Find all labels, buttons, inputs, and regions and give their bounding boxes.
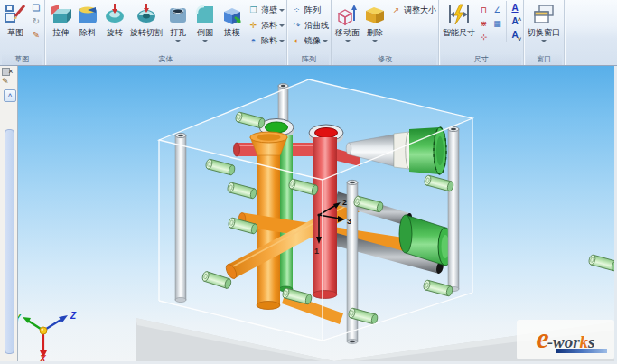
group-label-modify: 修改	[333, 53, 436, 65]
draft-icon	[220, 3, 244, 26]
panel-scrollbar[interactable]	[5, 129, 14, 354]
along-curve-button[interactable]: ↷ 沿曲线	[291, 18, 329, 33]
button-label: 旋转切割	[130, 27, 163, 39]
delete-button[interactable]: 删除	[361, 1, 388, 45]
angle-dimension-icon[interactable]: ⋇	[477, 17, 491, 31]
sketch-button[interactable]: 草图	[2, 1, 29, 39]
pattern-icon: ⁘	[291, 5, 303, 16]
button-label: 倒圆	[197, 27, 213, 39]
cut-button[interactable]: 除料	[74, 1, 101, 39]
extrude-icon	[49, 3, 72, 26]
feature-axis-1-label: 1	[314, 247, 319, 256]
coordinate-dimension-icon[interactable]: ▦	[491, 17, 504, 31]
button-label: 除料	[79, 27, 96, 39]
eworks-watermark: e-works	[517, 320, 614, 359]
ribbon-spacer	[565, 0, 617, 65]
text-larger-icon[interactable]: A	[509, 14, 521, 28]
angle-between-icon[interactable]: ∠	[491, 4, 504, 17]
3d-scene[interactable]: 2 3 1 Y	[18, 66, 614, 361]
revolve-button[interactable]: 旋转	[101, 1, 128, 39]
edgebar-panel: × ✎ ˄	[0, 66, 18, 364]
distance-dimension-icon[interactable]: ⊓	[477, 4, 491, 17]
text-smaller-icon[interactable]: A	[509, 28, 521, 42]
update-icon[interactable]: ↻	[30, 14, 42, 28]
remove-material-button[interactable]: ◓ 除料	[248, 33, 285, 49]
revolve-cut-button[interactable]: 旋转切割	[128, 1, 164, 39]
ribbon-group-solids: 拉伸 除料 旋转 旋转	[45, 0, 287, 65]
button-label: 切换窗口	[528, 27, 560, 39]
thin-wall-icon: ❒	[248, 5, 259, 16]
switch-window-icon	[532, 3, 556, 26]
thin-wall-dropdown-icon[interactable]	[279, 9, 285, 14]
button-label: 移动面	[335, 27, 360, 39]
mirror-icon: ◐	[291, 35, 303, 47]
cut-icon	[76, 3, 99, 26]
move-face-icon	[336, 3, 360, 26]
guide-pillar[interactable]	[448, 126, 459, 291]
delete-dropdown-icon[interactable]	[372, 40, 378, 45]
feature-axis-3-label: 3	[347, 217, 351, 226]
select-region-icon[interactable]: ❏	[30, 1, 42, 14]
app-window: 草图 ❏ ↻ ✎ 草图 拉伸	[0, 0, 617, 364]
ribbon: 草图 ❏ ↻ ✎ 草图 拉伸	[0, 0, 617, 66]
sketch-icon	[4, 3, 27, 26]
button-label: 草图	[7, 27, 23, 39]
thin-wall-button[interactable]: ❒ 薄壁	[248, 3, 285, 18]
smart-dimension-icon	[447, 3, 471, 26]
hole-button[interactable]: 打孔	[164, 1, 192, 45]
ribbon-group-sketch: 草图 ❏ ↻ ✎ 草图	[0, 0, 45, 65]
switch-window-button[interactable]: 切换窗口	[526, 1, 562, 45]
add-material-button[interactable]: ✛ 添料	[248, 18, 285, 33]
ribbon-group-pattern: ⁘ 阵列 ↷ 沿曲线 ◐ 镜像 阵列	[287, 0, 332, 65]
pencil-icon[interactable]: ✎	[30, 28, 42, 42]
ribbon-group-modify: 移动面 删除 ↗ 调整大小 修改	[332, 0, 439, 65]
button-label: 镜像	[304, 35, 321, 47]
group-label-dimension: 尺寸	[441, 53, 521, 65]
ribbon-group-window: 切换窗口 窗口	[524, 0, 565, 65]
panel-close-button[interactable]: ×	[6, 67, 15, 76]
mirror-button[interactable]: ◐ 镜像	[291, 33, 329, 49]
remove-material-dropdown-icon[interactable]	[279, 40, 285, 45]
button-label: 薄壁	[261, 5, 277, 16]
remove-material-icon: ◓	[248, 35, 259, 47]
resize-button[interactable]: ↗ 调整大小	[390, 3, 436, 18]
axis-y-label: Y	[18, 313, 22, 323]
draft-button[interactable]: 拔模	[219, 1, 246, 39]
round-icon	[193, 3, 217, 26]
round-dropdown-icon[interactable]	[202, 40, 208, 45]
viewport-3d[interactable]: 2 3 1 Y	[18, 66, 617, 361]
resize-icon: ↗	[390, 5, 402, 16]
hole-icon	[166, 3, 190, 26]
extrude-button[interactable]: 拉伸	[47, 1, 74, 39]
group-label-pattern: 阵列	[289, 53, 329, 65]
guide-pillar[interactable]	[175, 133, 186, 302]
green-runner-pipe[interactable]	[279, 135, 293, 292]
group-label-sketch: 草图	[2, 53, 42, 65]
move-face-button[interactable]: 移动面	[333, 1, 361, 45]
add-material-icon: ✛	[248, 20, 259, 32]
button-label: 阵列	[304, 5, 321, 16]
mirror-dropdown-icon[interactable]	[323, 40, 328, 45]
group-label-solids: 实体	[47, 53, 285, 65]
axis-z-label: Z	[70, 311, 77, 321]
round-button[interactable]: 倒圆	[192, 1, 219, 45]
symmetric-dimension-icon[interactable]: ⊹	[477, 31, 491, 44]
panel-collapse-button[interactable]: ˄	[4, 89, 16, 102]
button-label: 沿曲线	[304, 20, 329, 32]
logo-e: e	[536, 322, 547, 354]
revolve-icon	[103, 3, 126, 26]
add-material-dropdown-icon[interactable]	[279, 24, 285, 30]
smart-dimension-button[interactable]: 智能尺寸	[441, 1, 477, 39]
button-label: 旋转	[107, 27, 123, 39]
move-face-dropdown-icon[interactable]	[345, 40, 351, 45]
axis-triad: Y Z X	[18, 311, 77, 361]
button-label: 打孔	[170, 27, 186, 39]
pattern-button[interactable]: ⁘ 阵列	[291, 3, 329, 18]
panel-pencil-icon[interactable]: ✎	[2, 77, 9, 86]
button-label: 拉伸	[52, 27, 69, 39]
switch-window-dropdown-icon[interactable]	[541, 40, 547, 45]
hole-dropdown-icon[interactable]	[175, 40, 181, 45]
axis-x-label: X	[39, 354, 47, 361]
logo-underline-bar	[556, 349, 607, 353]
delete-icon	[363, 3, 387, 26]
